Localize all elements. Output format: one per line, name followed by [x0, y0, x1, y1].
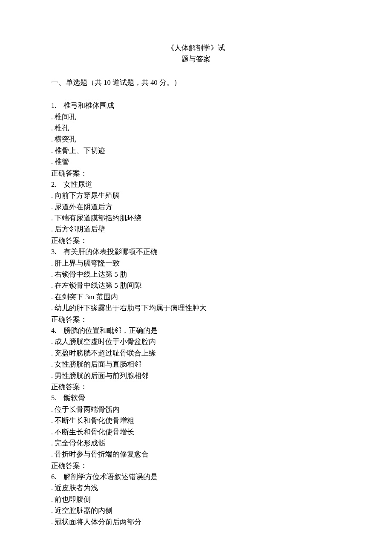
- question-stem: 4. 膀胱的位置和毗邻，正确的是: [51, 325, 341, 336]
- questions-container: 1. 椎弓和椎体围成. 椎间孔. 椎孔. 横突孔. 椎骨上、下切迹. 椎管正确答…: [51, 100, 341, 528]
- option-line: . 成人膀胱空虚时位于小骨盆腔内: [51, 336, 341, 347]
- option-line: . 横突孔: [51, 134, 341, 145]
- answer-label: 正确答案：: [51, 168, 341, 179]
- option-line: . 在剑突下 3m 范围内: [51, 292, 341, 303]
- question-stem: 2. 女性尿道: [51, 179, 341, 190]
- option-line: . 尿道外在阴道后方: [51, 202, 341, 213]
- option-line: . 冠状面将人体分前后两部分: [51, 517, 341, 528]
- option-line: . 骨折时参与骨折端的修复愈合: [51, 449, 341, 460]
- option-line: . 后方邻阴道后壁: [51, 224, 341, 235]
- option-line: . 不断生长和骨化使骨增粗: [51, 415, 341, 426]
- question-stem: 6. 解剖学方位术语叙述错误的是: [51, 471, 341, 483]
- question-stem: 1. 椎弓和椎体围成: [51, 100, 341, 111]
- option-line: . 下端有尿道膜部括约肌环绕: [51, 213, 341, 224]
- option-line: . 椎间孔: [51, 112, 341, 123]
- answer-label: 正确答案：: [51, 314, 341, 325]
- option-line: . 在左锁骨中线达第 5 肋间隙: [51, 280, 341, 291]
- question-block: 2. 女性尿道. 向前下方穿尿生殖膈. 尿道外在阴道后方. 下端有尿道膜部括约肌…: [51, 179, 341, 246]
- option-line: . 椎管: [51, 156, 341, 168]
- question-block: 6. 解剖学方位术语叙述错误的是. 近皮肤者为浅. 前也即腹侧. 近空腔脏器的内…: [51, 471, 341, 528]
- option-line: . 右锁骨中线上达第 5 肋: [51, 269, 341, 280]
- document-title: 《人体解剖学》试 题与答案: [51, 43, 341, 65]
- title-line-1: 《人体解剖学》试: [51, 43, 341, 54]
- option-line: . 近空腔脏器的内侧: [51, 505, 341, 516]
- option-line: . 向前下方穿尿生殖膈: [51, 190, 341, 201]
- answer-label: 正确答案：: [51, 382, 341, 393]
- option-line: . 充盈时膀胱不超过耻骨联合上缘: [51, 348, 341, 359]
- answer-label: 正确答案：: [51, 460, 341, 471]
- question-block: 5. 骺软骨. 位于长骨两端骨骺内. 不断生长和骨化使骨增粗. 不断生长和骨化使…: [51, 393, 341, 471]
- option-line: . 椎骨上、下切迹: [51, 145, 341, 156]
- answer-label: 正确答案：: [51, 235, 341, 246]
- option-line: . 椎孔: [51, 123, 341, 134]
- question-block: 1. 椎弓和椎体围成. 椎间孔. 椎孔. 横突孔. 椎骨上、下切迹. 椎管正确答…: [51, 100, 341, 179]
- option-line: . 前也即腹侧: [51, 494, 341, 505]
- question-stem: 3. 有关肝的体表投影哪项不正确: [51, 246, 341, 257]
- question-block: 3. 有关肝的体表投影哪项不正确. 肝上界与膈穹隆一致. 右锁骨中线上达第 5 …: [51, 246, 341, 325]
- option-line: . 近皮肤者为浅: [51, 483, 341, 494]
- option-line: . 肝上界与膈穹隆一致: [51, 258, 341, 269]
- option-line: . 女性膀胱的后面与直肠相邻: [51, 359, 341, 370]
- option-line: . 位于长骨两端骨骺内: [51, 404, 341, 415]
- question-block: 4. 膀胱的位置和毗邻，正确的是. 成人膀胱空虚时位于小骨盆腔内. 充盈时膀胱不…: [51, 325, 341, 393]
- title-line-2: 题与答案: [51, 54, 341, 65]
- option-line: . 不断生长和骨化使骨增长: [51, 427, 341, 438]
- question-stem: 5. 骺软骨: [51, 393, 341, 404]
- option-line: . 男性膀胱的后面与前列腺相邻: [51, 370, 341, 382]
- option-line: . 幼儿的肝下缘露出于右肋弓下均属于病理性肿大: [51, 303, 341, 314]
- option-line: . 完全骨化形成骺: [51, 438, 341, 449]
- section-heading: 一、单选题（共 10 道试题，共 40 分。）: [51, 77, 341, 88]
